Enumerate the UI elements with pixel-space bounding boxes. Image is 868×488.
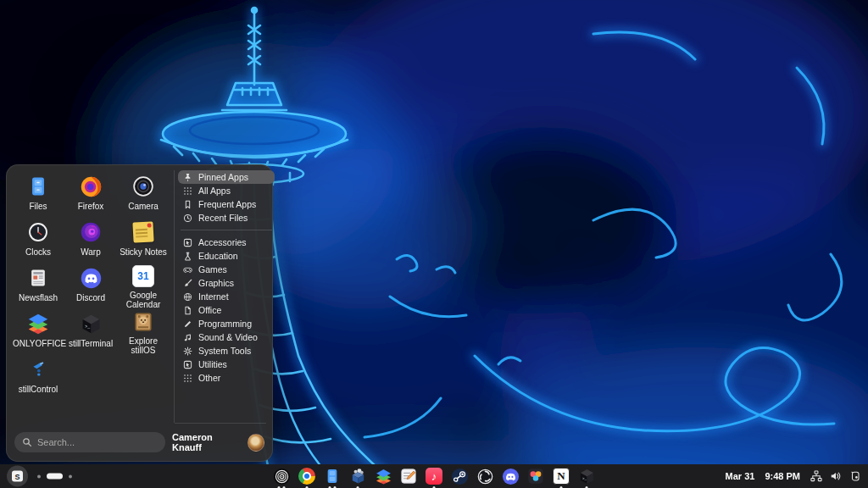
onlyoffice-icon [374,467,392,485]
category-office[interactable]: Office [178,303,275,317]
dock-files[interactable] [323,465,342,487]
desktop: Files Firefox Camera Clocks [0,0,868,488]
camera-icon [131,174,156,199]
stillcontrol-icon [25,357,51,382]
category-system-tools[interactable]: System Tools [178,344,275,358]
app-explore-stillos[interactable]: Explore stillOS [117,309,170,355]
davinci-resolve-icon [526,467,545,485]
app-label: stillControl [19,385,58,394]
app-label: Warp [81,247,101,257]
launcher-button[interactable]: S [7,466,28,487]
network-icon[interactable] [810,470,822,482]
discord-icon [78,265,103,291]
obs-icon [476,467,494,485]
files-icon [323,467,342,485]
app-label: Sticky Notes [120,247,167,257]
tray-icons [810,470,861,482]
dock-davinci-resolve[interactable] [526,465,545,487]
music-icon: ♪ [425,467,443,485]
app-warp[interactable]: Warp [64,218,117,263]
app-label: Explore stillOS [118,336,169,355]
dock-steam[interactable] [450,465,469,487]
dock-music[interactable]: ♪ [425,465,443,487]
grid-icon [183,374,192,383]
app-sticky-notes[interactable]: Sticky Notes [117,218,170,263]
volume-icon[interactable] [830,470,842,482]
category-graphics[interactable]: Graphics [178,276,275,290]
menu-vertical-divider [174,170,175,423]
search-input[interactable] [37,437,158,447]
security-badge-icon[interactable] [849,470,861,482]
category-education[interactable]: Education [178,249,275,263]
workspace-indicator[interactable] [37,474,72,480]
category-games[interactable]: Games [178,263,275,276]
dock-notion[interactable]: N [552,465,570,487]
app-label: Files [29,202,47,211]
search-bar[interactable] [14,432,165,452]
clock[interactable]: Mar 31 9:48 PM [726,471,800,481]
app-label: Newsflash [19,293,58,302]
category-separator [181,230,272,230]
gear-icon [183,347,192,356]
app-label: Discord [76,293,105,302]
app-files[interactable]: Files [12,172,64,218]
notion-icon: N [552,467,570,485]
category-other[interactable]: Other [178,371,275,385]
pin-icon [183,173,192,182]
app-stillterminal[interactable]: >_ stillTerminal [64,309,117,355]
app-camera[interactable]: Camera [117,172,170,218]
google-calendar-icon: 31 [131,265,156,288]
category-programming[interactable]: Programming [178,317,275,330]
category-frequent-apps[interactable]: Frequent Apps [178,197,275,211]
category-sound-video[interactable]: Sound & Video [178,330,275,344]
newsflash-icon [25,265,51,291]
category-utilities[interactable]: Utilities [178,358,275,371]
dock-onlyoffice[interactable] [374,465,392,487]
app-newsflash[interactable]: Newsflash [12,263,64,309]
sticky-notes-icon [131,219,156,245]
search-icon [22,437,32,447]
workspace-dot[interactable] [37,474,41,478]
app-label: Clocks [25,247,51,257]
app-menu-panel: Files Firefox Camera Clocks [6,164,273,462]
firefox-icon [78,174,103,199]
category-pinned-apps[interactable]: Pinned Apps [178,170,275,184]
app-discord[interactable]: Discord [64,263,117,309]
user-avatar [248,434,264,452]
dock-package-installer[interactable] [348,465,367,487]
accessories-icon [183,238,192,247]
app-stillcontrol[interactable]: stillControl [12,355,64,401]
onlyoffice-icon [25,311,51,336]
app-label: ONLYOFFICE [13,339,64,348]
category-all-apps[interactable]: All Apps [178,184,275,197]
workspace-pill-active[interactable] [47,474,63,480]
app-firefox[interactable]: Firefox [64,172,117,218]
grid-icon [183,186,192,196]
app-clocks[interactable]: Clocks [12,218,64,263]
app-google-calendar[interactable]: 31 Google Calendar [117,263,170,309]
taskbar: S [0,464,868,488]
clock-icon [183,214,192,223]
dock-text-editor[interactable] [399,465,418,487]
terminal-cube-icon: >_ [78,311,103,336]
svg-text:>_: >_ [581,477,587,480]
globe-icon [183,292,192,302]
category-internet[interactable]: Internet [178,290,275,303]
dock-stillterminal[interactable]: >_ [577,465,596,487]
app-onlyoffice[interactable]: ONLYOFFICE [12,309,64,355]
dock-chrome[interactable] [298,465,316,487]
app-label: Google Calendar [118,291,169,309]
workspace-dot[interactable] [69,474,72,478]
media-icon [183,333,192,342]
category-recent-files[interactable]: Recent Files [178,211,275,225]
warp-icon [78,219,103,245]
app-label: Camera [128,202,159,211]
category-list: Pinned Apps All Apps Frequent Apps Recen… [178,170,275,385]
dock-recorder[interactable] [272,465,291,487]
dock-discord[interactable] [501,465,520,487]
user-chip[interactable]: Cameron Knauff [172,432,264,452]
category-accessories[interactable]: Accessories [178,236,275,249]
dock-obs[interactable] [476,465,494,487]
date-label: Mar 31 [726,471,755,481]
system-tray: Mar 31 9:48 PM [726,464,861,488]
